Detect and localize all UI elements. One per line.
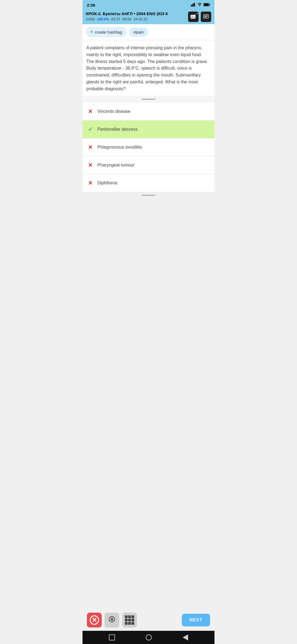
answer-option-2[interactable]: ✓ Peritonsillar abscess bbox=[82, 121, 215, 138]
pain-hashtag-button[interactable]: #pain bbox=[129, 28, 148, 37]
status-bar: 2:36 bbox=[82, 0, 215, 10]
spacer bbox=[82, 199, 215, 609]
wrong-icon-3: ✕ bbox=[86, 143, 94, 151]
answer-text-1: Vincents disease bbox=[97, 109, 131, 114]
header-meta: 1/200 100.0% 01:37 09:54 24.02.21 bbox=[86, 17, 188, 21]
svg-point-15 bbox=[109, 616, 115, 622]
header-left: КРОК-2. Буклеты АНГЛ • 2004 ENG (КІЗ К 1… bbox=[86, 11, 188, 21]
add-image-button[interactable]: + bbox=[188, 12, 199, 22]
cancel-button[interactable]: ✕ bbox=[87, 613, 102, 627]
svg-rect-0 bbox=[191, 5, 192, 7]
message-button[interactable] bbox=[201, 12, 211, 22]
drag-handle-bar bbox=[142, 99, 155, 100]
drag-handle-bar-bottom bbox=[142, 195, 155, 196]
answer-text-3: Phlegmonous tonsillitis bbox=[97, 145, 142, 150]
svg-point-4 bbox=[199, 6, 200, 6]
svg-rect-2 bbox=[193, 3, 194, 7]
answer-option-4[interactable]: ✕ Pharyngeal tumour bbox=[82, 156, 215, 174]
wifi-icon bbox=[197, 3, 202, 7]
nav-square-button[interactable] bbox=[109, 634, 115, 640]
svg-rect-1 bbox=[192, 4, 193, 7]
grid-icon bbox=[125, 615, 134, 625]
nav-back-button[interactable] bbox=[183, 634, 188, 640]
plus-icon: + bbox=[90, 29, 93, 35]
svg-text:+: + bbox=[194, 14, 196, 16]
bottom-toolbar: ✕ NEXT bbox=[82, 609, 215, 631]
wrong-icon-5: ✕ bbox=[86, 179, 94, 187]
question-area: A patient complains of intense pressing … bbox=[82, 40, 215, 96]
answer-text-2: Peritonsillar abscess bbox=[97, 127, 138, 132]
battery-icon bbox=[204, 3, 210, 7]
time-session: 09:54 bbox=[122, 17, 131, 21]
svg-rect-17 bbox=[112, 618, 113, 621]
answer-text-4: Pharyngeal tumour bbox=[97, 163, 134, 168]
time-elapsed: 01:37 bbox=[111, 17, 120, 21]
header-title: КРОК-2. Буклеты АНГЛ • 2004 ENG (КІЗ К bbox=[86, 11, 188, 17]
create-hashtag-button[interactable]: + create hashtag bbox=[86, 27, 127, 37]
signal-icon bbox=[191, 3, 196, 7]
header-icons: + bbox=[188, 12, 211, 22]
status-time: 2:36 bbox=[87, 3, 95, 7]
wrong-icon-1: ✕ bbox=[86, 108, 94, 115]
svg-rect-3 bbox=[194, 3, 195, 7]
status-icons bbox=[191, 3, 210, 7]
nav-circle-button[interactable] bbox=[146, 634, 152, 640]
answer-option-1[interactable]: ✕ Vincents disease bbox=[82, 103, 215, 121]
pause-button[interactable] bbox=[105, 613, 119, 627]
grid-button[interactable] bbox=[122, 613, 137, 627]
wrong-icon-4: ✕ bbox=[86, 161, 94, 169]
drag-handle-top bbox=[82, 96, 215, 103]
question-progress: 1/200 bbox=[86, 17, 95, 21]
date: 24.02.21 bbox=[134, 17, 148, 21]
svg-rect-6 bbox=[209, 4, 210, 5]
answers-area: ✕ Vincents disease ✓ Peritonsillar absce… bbox=[82, 103, 215, 192]
svg-rect-7 bbox=[204, 4, 208, 6]
nav-bar bbox=[82, 631, 215, 644]
pause-icon bbox=[109, 616, 115, 624]
hashtag-row: + create hashtag #pain bbox=[82, 24, 215, 40]
next-button[interactable]: NEXT bbox=[182, 614, 210, 626]
score-percentage: 100.0% bbox=[97, 17, 109, 21]
create-hashtag-label: create hashtag bbox=[95, 30, 122, 34]
question-text: A patient complains of intense pressing … bbox=[86, 45, 211, 92]
drag-handle-bottom bbox=[82, 192, 215, 199]
header: КРОК-2. Буклеты АНГЛ • 2004 ENG (КІЗ К 1… bbox=[82, 10, 215, 24]
correct-icon-2: ✓ bbox=[86, 125, 94, 133]
svg-rect-16 bbox=[111, 618, 112, 621]
answer-text-5: Diphtheria bbox=[97, 181, 117, 185]
answer-option-3[interactable]: ✕ Phlegmonous tonsillitis bbox=[82, 138, 215, 156]
x-icon: ✕ bbox=[90, 615, 99, 625]
svg-point-9 bbox=[192, 16, 193, 17]
answer-option-5[interactable]: ✕ Diphtheria bbox=[82, 174, 215, 192]
